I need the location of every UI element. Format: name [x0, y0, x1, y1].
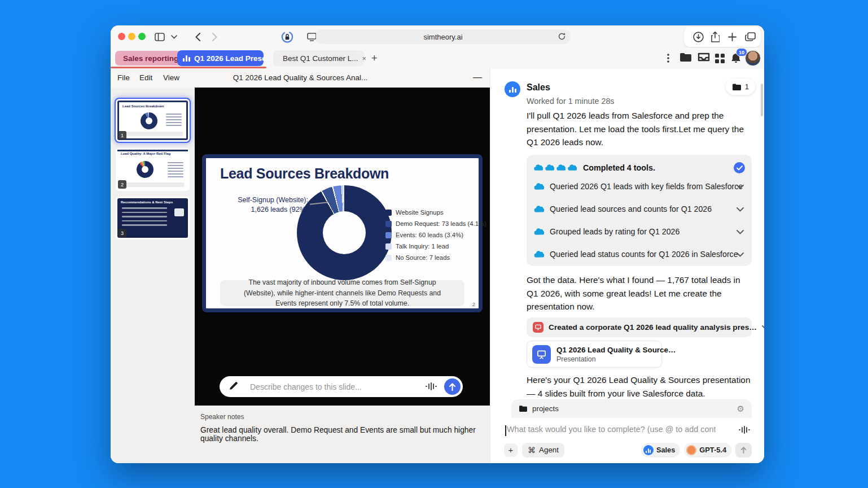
close-window-button[interactable]	[118, 33, 125, 40]
url-bar[interactable]: simtheory.ai	[316, 29, 570, 44]
back-icon[interactable]	[191, 30, 204, 43]
url-text: simtheory.ai	[423, 33, 462, 41]
chevron-down-icon[interactable]	[737, 227, 744, 236]
voice-waveform-icon[interactable]	[739, 425, 750, 437]
task-composer: + ⌘ Agent Sales GPT-5.4	[503, 418, 752, 461]
slide-number-badge: 1	[118, 131, 126, 140]
share-icon[interactable]	[709, 30, 721, 43]
slide-edit-input[interactable]	[250, 376, 408, 397]
salesforce-icon	[545, 164, 554, 171]
salesforce-icon	[533, 183, 544, 190]
tab-strip: Sales reporting Q1 2026 Lead Prese... × …	[111, 48, 764, 69]
refresh-icon[interactable]	[558, 32, 566, 42]
model-selector[interactable]: GPT-5.4	[684, 443, 731, 457]
chat-files-button[interactable]: 1	[726, 79, 755, 95]
slide-canvas: Lead Sources Breakdown Self-Signup (Webs…	[195, 88, 490, 406]
speaker-notes-text[interactable]: Great lead quality overall. Demo Request…	[200, 426, 484, 443]
add-tab-icon[interactable]: +	[371, 53, 378, 64]
agent-chat-panel: Sales 1 Worked for 1 minute 28s I'll pul…	[490, 69, 764, 463]
add-context-button[interactable]: +	[504, 443, 518, 457]
new-tab-icon[interactable]	[726, 30, 738, 43]
worked-duration: Worked for 1 minute 28s	[527, 97, 615, 106]
gear-icon[interactable]: ⚙	[737, 404, 744, 414]
slide-thumbnail-2[interactable]: Lead Quality: A Major Red Flag 2	[116, 148, 190, 191]
folder-icon	[519, 405, 528, 412]
chart-legend: Website Signups Demo Request: 73 leads (…	[385, 207, 486, 263]
artifact-type: Presentation	[556, 355, 676, 363]
zoom-window-button[interactable]	[138, 33, 146, 40]
forward-icon[interactable]	[208, 30, 221, 43]
sidebar-chevron-down-icon[interactable]	[168, 30, 180, 43]
slide-thumbnail-1[interactable]: Lead Sources Breakdown 1	[116, 99, 190, 142]
salesforce-icon	[533, 206, 544, 213]
salesforce-icon	[556, 164, 565, 171]
projects-bar[interactable]: projects ⚙	[511, 399, 752, 418]
minimize-window-button[interactable]	[128, 33, 135, 40]
tool-row[interactable]: Grouped leads by rating for Q1 2026	[533, 220, 745, 243]
agent-selector-sales[interactable]: Sales	[641, 443, 680, 457]
slide-number-badge: 2	[118, 180, 126, 189]
workspace-pill-sales-reporting[interactable]: Sales reporting	[115, 51, 186, 66]
pencil-icon	[229, 382, 238, 393]
created-presentation-row[interactable]: Created a corporate Q1 2026 lead quality…	[527, 317, 752, 337]
chat-scrollbar[interactable]	[761, 84, 763, 116]
thumbnail-title: Lead Quality: A Major Red Flag	[121, 152, 170, 155]
sidebar-toggle-icon[interactable]	[154, 30, 166, 43]
chevron-down-icon[interactable]	[737, 182, 744, 191]
tab-label: Best Q1 Customer L...	[283, 54, 358, 63]
slide-footnote: The vast majority of inbound volume come…	[220, 280, 464, 306]
notifications-bell-icon[interactable]: 10	[730, 53, 742, 67]
presentation-icon	[532, 345, 551, 364]
tool-row[interactable]: Queried 2026 Q1 leads with key fields fr…	[533, 175, 745, 198]
browser-window: simtheory.ai Sales reporting Q1 20	[111, 25, 764, 463]
thumbnail-title: Lead Sources Breakdown	[122, 104, 164, 108]
tab-best-q1-customer[interactable]: Best Q1 Customer L... ×	[273, 50, 365, 66]
chart-callout: Self-Signup (Website): 1,626 leads (92%)	[226, 195, 308, 215]
kebab-menu-icon[interactable]	[667, 54, 669, 65]
workspace-underline	[111, 67, 266, 68]
user-avatar[interactable]	[745, 50, 761, 66]
slide-edit-bar	[220, 376, 463, 397]
close-icon[interactable]: ×	[362, 54, 367, 63]
tab-q1-2026-lead-presentation[interactable]: Q1 2026 Lead Prese... ×	[177, 50, 264, 66]
chevron-down-icon[interactable]	[737, 250, 744, 259]
tool-row[interactable]: Queried lead status counts for Q1 2026 i…	[533, 243, 745, 265]
agent-mode-button[interactable]: ⌘ Agent	[522, 443, 564, 457]
slide-number-badge: 3	[118, 229, 126, 237]
chevron-down-icon[interactable]	[737, 204, 744, 213]
chevron-down-icon[interactable]	[762, 323, 764, 332]
presentation-icon	[533, 322, 543, 333]
submit-slide-edit-button[interactable]	[444, 378, 461, 395]
downloads-icon[interactable]	[692, 30, 704, 43]
current-slide: Lead Sources Breakdown Self-Signup (Webs…	[202, 154, 483, 312]
bar-chart-icon	[183, 55, 190, 62]
agent-name: Sales	[527, 82, 550, 93]
tool-row[interactable]: Queried lead sources and counts for Q1 2…	[533, 198, 745, 220]
apps-grid-icon[interactable]	[715, 54, 725, 66]
slide-title: Lead Sources Breakdown	[220, 165, 389, 182]
sales-agent-avatar	[505, 81, 520, 97]
agent-message: I'll pull Q1 2026 leads from Salesforce …	[527, 109, 752, 149]
slide-thumbnail-3[interactable]: Recommendations & Next Steps 3	[116, 197, 190, 239]
voice-waveform-icon[interactable]	[426, 382, 437, 393]
presentation-artifact-card[interactable]: Q1 2026 Lead Quality & Source… Presentat…	[527, 341, 662, 368]
donut-chart	[297, 185, 392, 280]
projects-label: projects	[532, 404, 559, 413]
inbox-icon[interactable]	[698, 52, 710, 64]
workspace-label: Sales reporting	[123, 54, 178, 63]
text-caret	[505, 425, 506, 436]
salesforce-icon	[533, 228, 544, 236]
document-title: Q1 2026 Lead Quality & Sources Anal...	[111, 73, 490, 82]
tools-header-row[interactable]: Completed 4 tools.	[533, 160, 745, 175]
send-button[interactable]	[735, 443, 752, 457]
task-input[interactable]	[507, 425, 716, 434]
editor-menubar: File Edit View Q1 2026 Lead Quality & So…	[111, 69, 490, 88]
thumbnail-image	[174, 208, 184, 216]
slide-thumbnail-panel: Lead Sources Breakdown 1 Lead Quality: A…	[111, 88, 195, 463]
tab-overview-icon[interactable]	[744, 30, 756, 43]
privacy-extension-icon[interactable]	[281, 30, 293, 43]
folder-icon[interactable]	[680, 52, 692, 64]
collapse-editor-icon[interactable]: —	[473, 72, 482, 82]
presentation-editor: File Edit View Q1 2026 Lead Quality & So…	[111, 69, 490, 463]
salesforce-icon	[533, 251, 544, 258]
